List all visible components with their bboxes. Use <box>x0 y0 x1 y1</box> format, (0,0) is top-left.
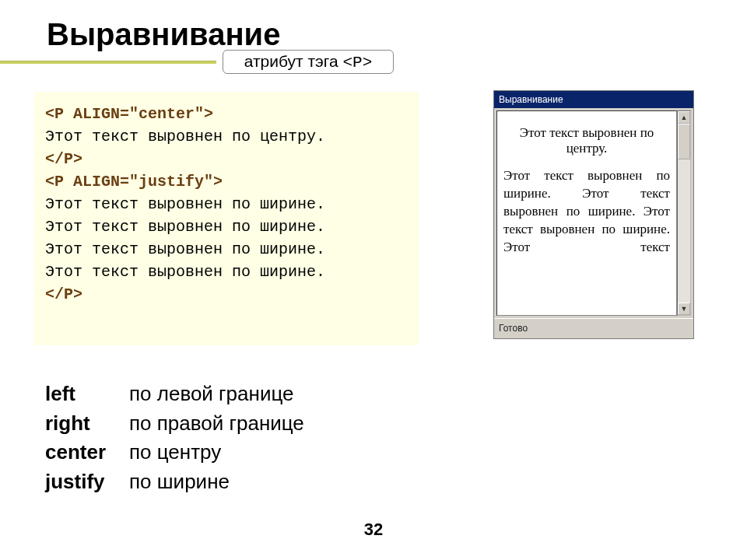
callout-prefix: атрибут тэга <box>244 52 343 70</box>
rendered-paragraph-center: Этот текст выровнен по центру. <box>503 125 670 156</box>
code-line-tag: </P> <box>45 150 82 168</box>
code-line: Этот текст выровнен по ширине. <box>45 218 325 236</box>
page-number: 32 <box>0 520 747 540</box>
callout-box: атрибут тэга <P> <box>223 50 394 74</box>
scroll-track[interactable] <box>678 124 690 303</box>
code-line-tag: <P ALIGN="center"> <box>45 105 213 123</box>
definition-row: justify по ширине <box>45 467 304 497</box>
definition-row: center по центру <box>45 438 304 467</box>
browser-body: Этот текст выровнен по центру. Этот текс… <box>494 108 693 318</box>
code-line-tag: <P ALIGN="justify"> <box>45 173 223 191</box>
code-line: Этот текст выровнен по ширине. <box>45 240 325 258</box>
browser-content: Этот текст выровнен по центру. Этот текс… <box>496 110 677 316</box>
scroll-down-button[interactable]: ▼ <box>678 303 690 315</box>
browser-statusbar: Готово <box>494 318 693 337</box>
scroll-thumb[interactable] <box>678 124 690 159</box>
term: justify <box>45 467 129 497</box>
definition-row: right по правой границе <box>45 409 304 439</box>
definitions-list: left по левой границе right по правой гр… <box>45 380 304 497</box>
term-desc: по правой границе <box>129 409 304 439</box>
term: left <box>45 380 129 409</box>
browser-window: Выравнивание Этот текст выровнен по цент… <box>493 90 694 339</box>
term-desc: по центру <box>129 438 221 467</box>
scroll-up-button[interactable]: ▲ <box>678 111 690 124</box>
browser-titlebar: Выравнивание <box>494 91 693 108</box>
code-line: Этот текст выровнен по ширине. <box>45 263 325 281</box>
code-example: <P ALIGN="center"> Этот текст выровнен п… <box>34 92 419 345</box>
title-underline <box>0 61 216 64</box>
term: center <box>45 438 129 467</box>
callout-tag: <P> <box>343 54 373 72</box>
term-desc: по левой границе <box>129 380 293 409</box>
code-line: Этот текст выровнен по центру. <box>45 128 325 145</box>
code-line: Этот текст выровнен по ширине. <box>45 195 325 213</box>
term-desc: по ширине <box>129 467 230 497</box>
slide-title: Выравнивание <box>47 17 280 52</box>
code-line-tag: </P> <box>45 285 82 303</box>
term: right <box>45 409 129 439</box>
rendered-paragraph-justify: Этот текст выровнен по ширине. Этот текс… <box>503 167 670 257</box>
scrollbar[interactable]: ▲ ▼ <box>677 110 691 316</box>
definition-row: left по левой границе <box>45 380 304 409</box>
